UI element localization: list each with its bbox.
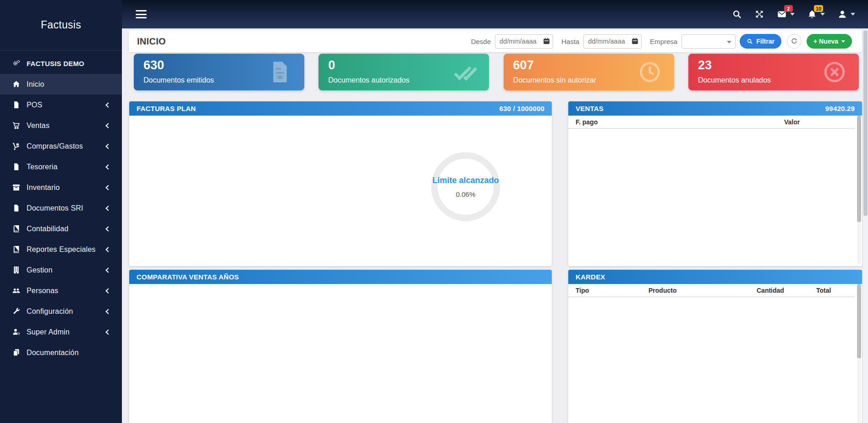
stat-card-label: Documentos emitidos [143,76,214,84]
hasta-label: Hasta [561,38,579,45]
sidebar-item-documentaci-n[interactable]: Documentación [0,342,122,363]
sidebar-item-tesoreria[interactable]: Tesoreria [0,156,122,177]
chevron-left-icon [105,247,110,252]
kardex-table: Tipo Producto Cantidad Total [568,284,862,423]
comparativa-title: COMPARATIVA VENTAS AÑOS [137,273,239,281]
refresh-button[interactable] [787,34,802,49]
file-icon [12,162,21,171]
sidebar-item-label: FACTUSIS DEMO [27,60,84,67]
caret-down-icon [727,41,731,44]
circle-x-icon [822,60,847,84]
chevron-left-icon [105,102,110,107]
filtrar-button[interactable]: Filtrar [740,34,781,49]
chevron-left-icon [105,144,110,149]
user-menu[interactable] [837,9,855,19]
sidebar-item-label: Inicio [27,80,44,89]
notifications-menu[interactable]: 10 [807,9,825,19]
gears-icon [12,59,21,68]
comparativa-chart [129,284,552,423]
stat-card-documentos-autorizados: 0Documentos autorizados [319,54,489,90]
cart-icon [12,121,21,130]
facturas-plan-badge: 630 / 1000000 [499,105,544,112]
users-icon [12,286,21,295]
refresh-icon [791,38,798,45]
chevron-left-icon [105,164,110,169]
file-icon [12,100,21,109]
building-icon [12,266,21,274]
kardex-table-body [568,297,855,423]
sidebar-item-gestion[interactable]: Gestion [0,260,122,280]
chevron-left-icon [105,309,110,314]
sidebar-item-compras-gastos[interactable]: Compras/Gastos [0,136,122,156]
fullscreen-icon[interactable] [754,9,764,19]
hamburger-menu-icon[interactable] [136,10,147,18]
sidebar-item-configuraci-n[interactable]: Configuración [0,301,122,322]
caret-down-icon [790,13,795,16]
sidebar-item-pos[interactable]: POS [0,95,122,115]
stat-card-value: 23 [698,58,712,72]
window-scrollbar [863,28,868,423]
book-icon [12,224,21,233]
sidebar-item-label: Reportes Especiales [27,245,96,254]
desde-date-input[interactable] [495,34,553,49]
sidebar-item-label: Gestion [27,266,53,274]
chevron-left-icon [105,267,110,273]
ventas-header: VENTAS 99420.29 [568,101,862,116]
messages-menu[interactable]: 2 [777,9,795,19]
dolly-icon [12,142,21,150]
kardex-panel: KARDEX Tipo Producto Cantidad Total [568,270,862,423]
envelope-icon: 2 [777,9,787,19]
sidebar-item-super-admin[interactable]: Super Admin [0,322,122,342]
comparativa-panel: COMPARATIVA VENTAS AÑOS [129,270,552,423]
user-icon [837,9,847,19]
comparativa-header: COMPARATIVA VENTAS AÑOS [129,270,552,284]
search-icon[interactable] [732,9,742,19]
kardex-table-head: Tipo Producto Cantidad Total [568,284,855,297]
ventas-table-head: F. pago Valor [568,116,855,129]
check-double-icon [452,60,477,84]
chevron-left-icon [105,185,110,190]
caret-down-icon [841,40,845,43]
empresa-select[interactable] [681,34,736,49]
stat-card-documentos-anulados: 23Documentos anulados [688,54,859,90]
limit-gauge: Limite alcanzado 0.06% [431,152,500,221]
column-header: Valor [784,118,800,126]
kardex-scrollbar-thumb[interactable] [857,284,861,358]
nueva-button[interactable]: + Nueva [807,34,852,49]
stat-card-value: 630 [143,58,164,72]
sidebar-item-inventario[interactable]: Inventario [0,177,122,198]
sidebar-item-contabilidad[interactable]: Contabilidad [0,218,122,239]
topbar-actions: 2 10 [732,9,868,19]
kardex-title: KARDEX [576,273,605,281]
window-scrollbar-thumb[interactable] [863,30,868,216]
sidebar: Factusis FACTUSIS DEMOInicioPOSVentasCom… [0,0,122,423]
stat-card-documentos-sin-autorizar: 607Documentos sin autorizar [504,54,674,90]
sidebar-item-reportes-especiales[interactable]: Reportes Especiales [0,239,122,260]
chevron-left-icon [105,226,110,231]
chevron-left-icon [105,123,110,128]
page-header: INICIO Desde Hasta Empresa Filtrar + Nue… [129,30,862,52]
home-icon [12,80,21,89]
sidebar-item-factusis-demo[interactable]: FACTUSIS DEMO [0,53,122,74]
empresa-label: Empresa [650,38,677,45]
caret-down-icon [820,13,825,16]
sidebar-item-label: Personas [27,287,58,295]
ventas-scrollbar-thumb[interactable] [857,116,861,222]
limit-gauge-value: 0.06% [456,190,476,198]
sidebar-item-inicio[interactable]: Inicio [0,74,122,95]
column-header: Producto [648,287,676,294]
desde-label: Desde [471,38,491,45]
column-header: Tipo [576,287,589,294]
chevron-left-icon [105,329,110,334]
sidebar-item-label: Inventario [27,184,60,192]
stat-card-value: 607 [513,58,534,72]
search-icon [747,38,753,45]
hasta-date-input[interactable] [583,34,642,49]
sidebar-item-ventas[interactable]: Ventas [0,115,122,136]
facturas-plan-header: FACTURAS PLAN 630 / 1000000 [129,101,552,116]
bell-icon: 10 [807,9,817,19]
sidebar-item-documentos-sri[interactable]: Documentos SRI [0,198,122,218]
topbar: 2 10 [122,0,868,28]
ventas-total-badge: 99420.29 [825,105,855,112]
sidebar-item-personas[interactable]: Personas [0,280,122,301]
